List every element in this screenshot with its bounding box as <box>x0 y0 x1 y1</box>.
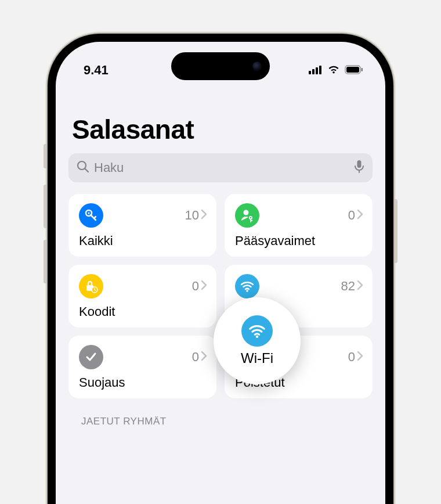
chevron-right-icon <box>200 350 207 365</box>
svg-point-15 <box>244 210 249 215</box>
tile-count: 82 <box>341 279 355 294</box>
svg-rect-5 <box>346 67 359 73</box>
microphone-icon[interactable] <box>354 160 364 176</box>
chevron-right-icon <box>200 279 207 294</box>
status-time: 9.41 <box>84 63 109 78</box>
svg-point-24 <box>256 336 258 338</box>
volume-up-button <box>44 185 46 228</box>
phone-frame: 9.41 Salasanat Haku <box>48 34 393 504</box>
power-button <box>395 199 397 263</box>
tile-count: 0 <box>192 350 199 365</box>
chevron-right-icon <box>356 208 363 223</box>
svg-rect-3 <box>319 66 321 74</box>
tile-label: Suojaus <box>79 375 207 390</box>
chevron-right-icon <box>200 208 207 223</box>
wifi-status-icon <box>327 63 340 78</box>
svg-rect-9 <box>357 160 362 168</box>
cellular-icon <box>309 63 323 78</box>
tile-label: Koodit <box>79 304 207 319</box>
tile-all[interactable]: 10 Kaikki <box>68 194 216 257</box>
wifi-icon <box>241 315 273 347</box>
check-icon <box>79 345 103 369</box>
highlight-wifi[interactable]: Wi-Fi <box>214 297 301 384</box>
person-key-icon <box>235 203 259 228</box>
tile-passkeys[interactable]: 0 Pääsyavaimet <box>225 194 373 257</box>
tile-codes[interactable]: 0 Koodit <box>68 265 216 327</box>
wifi-icon <box>235 274 259 298</box>
chevron-right-icon <box>356 350 363 365</box>
tile-label: Kaikki <box>79 233 207 249</box>
tile-count: 0 <box>348 208 355 223</box>
tile-count: 0 <box>192 279 199 294</box>
volume-down-button <box>44 240 46 283</box>
battery-icon <box>345 63 363 78</box>
screen: 9.41 Salasanat Haku <box>56 42 385 504</box>
side-button <box>44 144 46 168</box>
highlight-label: Wi-Fi <box>241 350 273 366</box>
svg-point-12 <box>88 213 90 214</box>
svg-rect-2 <box>316 67 318 74</box>
svg-rect-0 <box>309 71 311 74</box>
svg-rect-6 <box>362 68 363 71</box>
search-placeholder: Haku <box>94 160 349 175</box>
search-input[interactable]: Haku <box>68 153 373 182</box>
svg-point-21 <box>246 290 248 292</box>
key-icon <box>79 203 103 228</box>
dynamic-island <box>171 52 270 80</box>
section-header-shared: JAETUT RYHMÄT <box>81 416 373 427</box>
tile-count: 10 <box>185 208 199 223</box>
svg-line-8 <box>85 169 89 172</box>
lock-clock-icon <box>79 274 103 298</box>
tile-label: Pääsyavaimet <box>235 233 363 249</box>
svg-rect-1 <box>312 69 315 74</box>
tile-security[interactable]: 0 Suojaus <box>68 336 216 398</box>
category-grid: 10 Kaikki 0 <box>68 194 373 398</box>
tile-count: 0 <box>348 350 355 365</box>
search-icon <box>77 160 89 175</box>
svg-line-14 <box>94 217 96 218</box>
page-title: Salasanat <box>72 114 373 145</box>
chevron-right-icon <box>356 279 363 294</box>
